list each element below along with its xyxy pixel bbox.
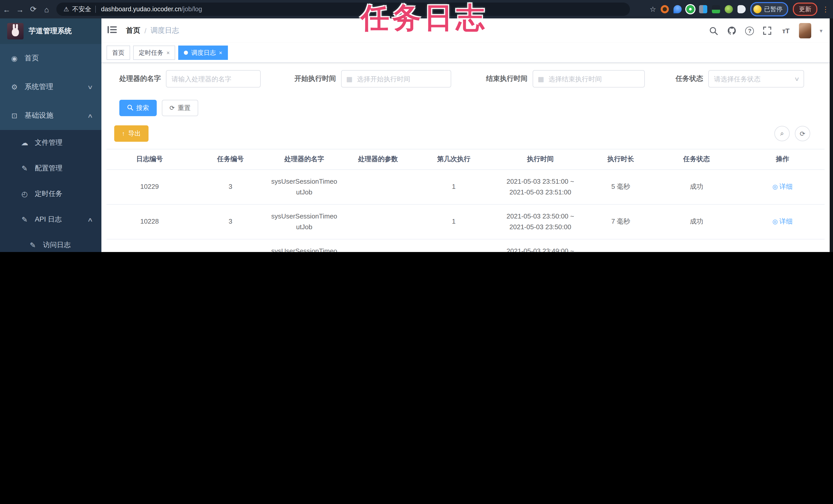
sidebar-item-基础设施[interactable]: ⊡ 基础设施 ∧ bbox=[0, 101, 101, 130]
toggle-search-icon-button[interactable]: ⌕ bbox=[775, 126, 790, 141]
user-menu-caret-icon[interactable]: ▾ bbox=[820, 27, 823, 34]
chevron-up-icon: ∧ bbox=[87, 216, 93, 223]
detail-link[interactable]: ◎ 详细 bbox=[772, 182, 793, 193]
extension-icon-green-check[interactable] bbox=[686, 5, 694, 13]
tab-label: 首页 bbox=[112, 48, 124, 57]
export-button[interactable]: ↑ 导出 bbox=[114, 125, 148, 142]
cell-job-id: 3 bbox=[193, 182, 268, 193]
filter-job-status: 任务状态 ∨ bbox=[675, 70, 804, 87]
browser-profile-chip[interactable]: 已暂停 bbox=[750, 2, 788, 16]
bookmark-star-icon[interactable]: ☆ bbox=[650, 5, 656, 13]
sidebar-item-label: 定时任务 bbox=[35, 189, 94, 199]
table-tools: ⌕ ⟳ bbox=[775, 126, 810, 141]
extension-icon-on-switch[interactable] bbox=[712, 5, 720, 13]
tab-close-icon[interactable]: × bbox=[166, 50, 170, 56]
filter-label: 任务状态 bbox=[675, 74, 703, 83]
sidebar-item-定时任务[interactable]: ◴ 定时任务 bbox=[0, 181, 101, 207]
cell-duration: 7 毫秒 bbox=[589, 251, 652, 252]
url-path: /job/log bbox=[182, 6, 202, 13]
tab-定时任务[interactable]: 定时任务 × bbox=[133, 46, 175, 60]
sidebar-item-配置管理[interactable]: ✎ 配置管理 bbox=[0, 155, 101, 181]
column-header-处理器的名字: 处理器的名字 bbox=[268, 154, 340, 165]
address-bar[interactable]: ⚠ 不安全 dashboard.yudao.iocoder.cn /job/lo… bbox=[56, 3, 630, 16]
table-row[interactable]: 10229 3 sysUserSessionTimeoutJob 1 2021-… bbox=[106, 170, 825, 205]
font-size-icon[interactable]: тT bbox=[781, 26, 791, 36]
help-icon[interactable]: ? bbox=[745, 26, 754, 35]
search-button-icon bbox=[127, 104, 133, 112]
sidebar-toggle-icon[interactable] bbox=[105, 26, 119, 35]
sidebar-item-文件管理[interactable]: ☁ 文件管理 bbox=[0, 130, 101, 155]
cell-status: 成功 bbox=[652, 251, 741, 252]
end-time-picker[interactable]: ▦ bbox=[533, 70, 645, 87]
address-divider bbox=[96, 6, 96, 13]
table-header-row: 日志编号任务编号处理器的名字处理器的参数第几次执行执行时间执行时长任务状态操作 bbox=[106, 149, 825, 170]
cell-handler-name: sysUserSessionTimeoutJob bbox=[268, 246, 340, 252]
start-time-input-field[interactable] bbox=[341, 71, 451, 87]
execute-time-start: 2021-05-03 23:49:00 ~ bbox=[506, 247, 574, 252]
job-status-select[interactable]: ∨ bbox=[708, 70, 804, 87]
extension-icon-green[interactable] bbox=[725, 5, 733, 13]
calendar-icon: ▦ bbox=[346, 75, 353, 83]
job-status-select-field[interactable] bbox=[709, 71, 804, 87]
sidebar-item-首页[interactable]: ◉ 首页 bbox=[0, 44, 101, 73]
fullscreen-icon[interactable] bbox=[762, 26, 772, 36]
not-secure-label[interactable]: 不安全 bbox=[72, 5, 91, 14]
extension-icon-puzzle[interactable] bbox=[737, 5, 746, 13]
vertical-scrollbar[interactable] bbox=[830, 19, 833, 252]
extension-icon-grid[interactable] bbox=[699, 5, 707, 13]
column-header-第几次执行: 第几次执行 bbox=[416, 154, 492, 165]
start-time-picker[interactable]: ▦ bbox=[341, 70, 451, 87]
search-button[interactable]: 搜索 bbox=[119, 100, 157, 116]
reset-button[interactable]: ⟳ 重置 bbox=[162, 100, 198, 116]
screen: ← → ⟳ ⌂ ⚠ 不安全 dashboard.yudao.iocoder.cn… bbox=[0, 0, 833, 252]
browser-back-icon[interactable]: ← bbox=[0, 5, 13, 14]
export-button-label: 导出 bbox=[128, 129, 141, 138]
app-logo-rabbit-icon bbox=[7, 23, 24, 40]
eye-icon: ◎ bbox=[772, 182, 778, 192]
tab-调度日志[interactable]: 调度日志 × bbox=[178, 46, 228, 60]
github-icon[interactable] bbox=[727, 26, 737, 36]
app-logo-row[interactable]: 芋道管理系统 bbox=[0, 19, 101, 44]
handler-name-input[interactable] bbox=[166, 70, 261, 87]
filter-start-time: 开始执行时间 ▦ bbox=[294, 70, 451, 87]
browser-home-icon[interactable]: ⌂ bbox=[40, 5, 53, 14]
end-time-input-field[interactable] bbox=[533, 71, 644, 87]
tab-首页[interactable]: 首页 bbox=[106, 46, 130, 60]
refresh-table-icon-button[interactable]: ⟳ bbox=[795, 126, 810, 141]
sidebar-item-label: 访问日志 bbox=[43, 241, 94, 250]
column-header-执行时间: 执行时间 bbox=[492, 154, 589, 165]
table-row[interactable]: 10227 3 sysUserSessionTimeoutJob 1 2021-… bbox=[106, 240, 825, 252]
sidebar-item-访问日志[interactable]: ✎ 访问日志 bbox=[0, 232, 101, 252]
browser-menu-icon[interactable]: ⋮ bbox=[822, 5, 829, 13]
sidebar-item-系统管理[interactable]: ⚙ 系统管理 ∨ bbox=[0, 73, 101, 101]
table-row[interactable]: 10228 3 sysUserSessionTimeoutJob 1 2021-… bbox=[106, 205, 825, 240]
url-domain: dashboard.yudao.iocoder.cn bbox=[101, 6, 182, 13]
filter-end-time: 结束执行时间 ▦ bbox=[486, 70, 645, 87]
dashboard-icon: ◉ bbox=[10, 54, 19, 62]
execute-time-end: 2021-05-03 23:50:00 bbox=[509, 223, 571, 230]
tags-view-bar: 首页 定时任务 × 调度日志 × bbox=[101, 43, 830, 63]
handler-name-input-field[interactable] bbox=[166, 71, 260, 87]
browser-reload-icon[interactable]: ⟳ bbox=[27, 5, 40, 14]
search-button-label: 搜索 bbox=[136, 104, 149, 112]
cell-execute-time: 2021-05-03 23:51:00 ~ 2021-05-03 23:51:0… bbox=[492, 176, 589, 198]
execute-time-end: 2021-05-03 23:51:00 bbox=[509, 188, 571, 196]
user-avatar[interactable] bbox=[799, 23, 811, 39]
tab-close-icon[interactable]: × bbox=[219, 50, 222, 56]
browser-forward-icon[interactable]: → bbox=[13, 5, 27, 14]
header-actions: ? тT ▾ bbox=[709, 23, 823, 39]
extension-icon-blue-drop[interactable] bbox=[673, 5, 682, 13]
cell-actions: ◎ 详细 bbox=[741, 217, 825, 227]
edit-icon: ✎ bbox=[21, 164, 29, 172]
detail-link[interactable]: ◎ 详细 bbox=[772, 251, 793, 252]
search-icon[interactable] bbox=[709, 26, 719, 36]
cell-execute-time: 2021-05-03 23:50:00 ~ 2021-05-03 23:50:0… bbox=[492, 211, 589, 232]
browser-update-button[interactable]: 更新 bbox=[793, 3, 817, 16]
active-tab-dot bbox=[184, 51, 188, 55]
timer-icon: ◴ bbox=[21, 190, 29, 198]
cell-execute-index: 1 bbox=[416, 217, 492, 227]
breadcrumb-home[interactable]: 首页 bbox=[126, 26, 140, 35]
extension-icon-orange[interactable] bbox=[661, 5, 669, 13]
detail-link[interactable]: ◎ 详细 bbox=[772, 217, 793, 227]
sidebar-item-API 日志[interactable]: ✎ API 日志 ∧ bbox=[0, 207, 101, 232]
